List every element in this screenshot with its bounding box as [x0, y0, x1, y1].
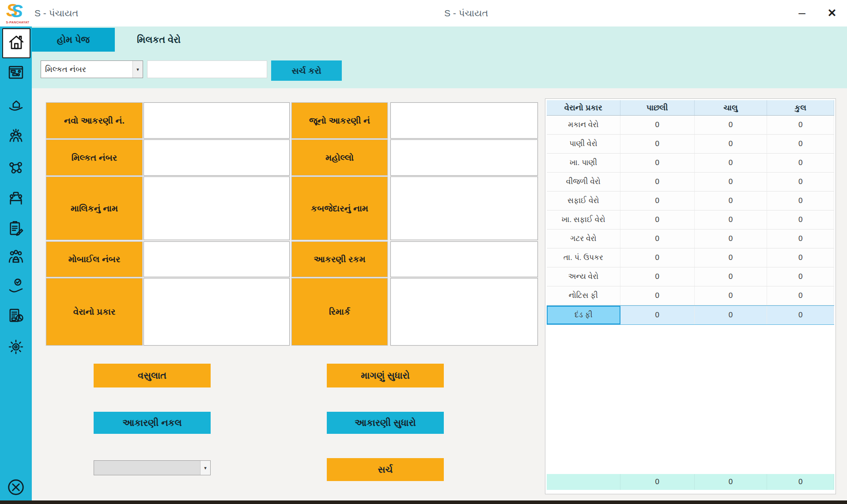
form-field-occupant-name[interactable]: [390, 177, 538, 240]
form-field-assessment-amount[interactable]: [390, 241, 538, 277]
cell-current[interactable]: 0: [695, 211, 768, 229]
cell-previous[interactable]: 0: [620, 211, 695, 229]
collect-button[interactable]: વસુલાત: [94, 364, 211, 387]
sidebar-item-planning[interactable]: [6, 63, 26, 84]
cell-current[interactable]: 0: [695, 154, 768, 172]
table-row[interactable]: મકાન વેરો 0 0 0: [547, 116, 834, 135]
form-field-old-assessment-no[interactable]: [390, 102, 538, 139]
sidebar-item-approval[interactable]: [6, 276, 26, 297]
form-label-tax-type: વેરાનો પ્રકાર: [46, 278, 143, 346]
tab-property-tax[interactable]: મિલકત વેરો: [116, 28, 202, 52]
table-row[interactable]: ખા. સફાઈ વેરો 0 0 0: [547, 211, 834, 229]
table-row[interactable]: તા. પં. ઉપકર 0 0 0: [547, 248, 834, 267]
cell-current[interactable]: 0: [695, 248, 768, 267]
assessment-update-button[interactable]: આકારણી સુધારો: [327, 412, 444, 434]
form-field-property-number[interactable]: [144, 139, 290, 176]
sidebar-item-home[interactable]: [2, 28, 30, 58]
cell-previous[interactable]: 0: [620, 192, 695, 210]
cell-previous[interactable]: 0: [620, 248, 695, 267]
cell-current[interactable]: 0: [695, 286, 768, 305]
update-demand-button[interactable]: માગણું સુધારો: [327, 364, 444, 387]
cell-previous[interactable]: 0: [620, 229, 695, 248]
cell-current[interactable]: 0: [695, 306, 768, 324]
cell-tax-type[interactable]: સફાઈ વેરો: [547, 192, 620, 210]
table-row[interactable]: વીજળી વેરો 0 0 0: [547, 173, 834, 192]
cell-previous[interactable]: 0: [620, 116, 695, 134]
cell-total[interactable]: 0: [767, 286, 834, 305]
sidebar-item-housing[interactable]: [6, 94, 26, 116]
form-field-locality[interactable]: [390, 139, 538, 176]
table-row[interactable]: નોટિસ ફી 0 0 0: [547, 286, 834, 305]
chevron-down-icon[interactable]: ▾: [132, 61, 143, 78]
sidebar-item-reports[interactable]: [6, 306, 26, 327]
header-current[interactable]: ચાલુ: [695, 100, 768, 115]
minimize-button[interactable]: –: [793, 5, 811, 20]
cell-total[interactable]: 0: [767, 173, 834, 191]
form-field-remark[interactable]: [390, 278, 538, 346]
sidebar-item-meeting[interactable]: [6, 189, 26, 210]
form-field-mobile-number[interactable]: [144, 241, 290, 277]
sidebar-item-group[interactable]: [6, 246, 26, 267]
cell-total[interactable]: 0: [767, 267, 834, 286]
cell-previous[interactable]: 0: [620, 154, 695, 172]
cell-total[interactable]: 0: [767, 229, 834, 248]
search-input[interactable]: [147, 60, 267, 78]
header-tax-type[interactable]: વેરાનો પ્રકાર: [547, 100, 620, 115]
cell-total[interactable]: 0: [767, 248, 834, 267]
search-button[interactable]: સર્ચ કરો: [271, 60, 342, 81]
cell-total[interactable]: 0: [767, 211, 834, 229]
form-field-new-assessment-no[interactable]: [144, 102, 290, 139]
cell-tax-type[interactable]: તા. પં. ઉપકર: [547, 248, 620, 267]
table-row[interactable]: ગટર વેરો 0 0 0: [547, 229, 834, 248]
sidebar-item-community[interactable]: [6, 126, 26, 147]
cell-previous[interactable]: 0: [620, 173, 695, 191]
cell-tax-type[interactable]: ખા. સફાઈ વેરો: [547, 211, 620, 229]
cell-total[interactable]: 0: [767, 135, 834, 153]
cell-tax-type[interactable]: વીજળી વેરો: [547, 173, 620, 191]
cell-tax-type[interactable]: ખા. પાણી: [547, 154, 620, 172]
cell-tax-type[interactable]: પાણી વેરો: [547, 135, 620, 153]
form-field-tax-type[interactable]: [144, 278, 290, 346]
cell-previous[interactable]: 0: [620, 267, 695, 286]
cell-total[interactable]: 0: [767, 154, 834, 172]
cell-tax-type[interactable]: દંડ ફી: [547, 306, 620, 324]
header-total[interactable]: કુલ: [767, 100, 834, 115]
cell-current[interactable]: 0: [695, 229, 768, 248]
search-field-selector[interactable]: મિલ્કત નંબર ▾: [41, 60, 143, 78]
finance-network-icon: [7, 158, 25, 179]
sidebar-item-exit[interactable]: [6, 478, 26, 499]
cell-current[interactable]: 0: [695, 192, 768, 210]
search-action-button[interactable]: સર્ચ: [327, 458, 444, 481]
cell-previous[interactable]: 0: [620, 286, 695, 305]
sidebar-item-settings[interactable]: [6, 337, 26, 358]
table-row[interactable]: અન્ય વેરો 0 0 0: [547, 267, 834, 286]
cell-current[interactable]: 0: [695, 116, 768, 134]
cell-tax-type[interactable]: ગટર વેરો: [547, 229, 620, 248]
cell-total[interactable]: 0: [767, 116, 834, 134]
cell-tax-type[interactable]: નોટિસ ફી: [547, 286, 620, 305]
assessment-copy-button[interactable]: આકારણી નકલ: [94, 412, 211, 434]
bottom-dropdown[interactable]: ▾: [94, 460, 211, 475]
cell-tax-type[interactable]: મકાન વેરો: [547, 116, 620, 134]
close-button[interactable]: ✕: [823, 5, 841, 20]
table-row-selected[interactable]: દંડ ફી 0 0 0: [547, 305, 834, 325]
form-field-owner-name[interactable]: [144, 177, 290, 240]
cell-current[interactable]: 0: [695, 135, 768, 153]
sidebar-item-finance[interactable]: [6, 158, 26, 179]
table-row[interactable]: સફાઈ વેરો 0 0 0: [547, 192, 834, 211]
cell-current[interactable]: 0: [695, 267, 768, 286]
cell-tax-type[interactable]: અન્ય વેરો: [547, 267, 620, 286]
cell-previous[interactable]: 0: [620, 135, 695, 153]
cell-total[interactable]: 0: [767, 192, 834, 210]
table-row[interactable]: ખા. પાણી 0 0 0: [547, 154, 834, 173]
survey-clipboard-icon: [7, 219, 25, 240]
cell-current[interactable]: 0: [695, 173, 768, 191]
chevron-down-icon[interactable]: ▾: [200, 461, 210, 475]
table-row[interactable]: પાણી વેરો 0 0 0: [547, 135, 834, 154]
header-previous[interactable]: પાછલી: [620, 100, 695, 115]
tab-home-page[interactable]: હોમ પેજ: [32, 28, 115, 52]
sidebar-item-survey[interactable]: [6, 219, 26, 240]
cell-previous[interactable]: 0: [620, 306, 695, 324]
cell-total[interactable]: 0: [767, 306, 834, 324]
form-label-occupant-name: કબજેદારનું નામ: [291, 177, 388, 240]
